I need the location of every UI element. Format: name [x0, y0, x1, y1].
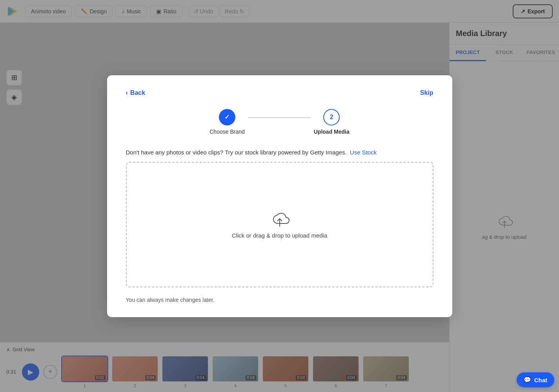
drop-zone-label: Click or drag & drop to upload media [232, 232, 327, 239]
step-1-label: Choose Brand [209, 129, 245, 135]
upload-media-modal: ‹ Back Skip ✓ Choose Brand 2 Upload Medi… [107, 75, 452, 317]
chat-icon: 💬 [524, 376, 531, 383]
step-connector [248, 117, 311, 118]
step-1: ✓ Choose Brand [209, 109, 245, 135]
cloud-upload-icon [269, 210, 291, 227]
back-chevron-icon: ‹ [126, 89, 128, 96]
upload-drop-zone[interactable]: Click or drag & drop to upload media [126, 162, 433, 287]
upload-description: Don't have any photos or video clips? Tr… [126, 149, 433, 156]
chat-label: Chat [534, 377, 547, 383]
back-button[interactable]: ‹ Back [126, 89, 146, 96]
chat-button[interactable]: 💬 Chat [517, 372, 554, 387]
checkmark-icon: ✓ [224, 113, 229, 121]
back-label: Back [130, 89, 145, 96]
use-stock-link[interactable]: Use Stock [350, 149, 377, 156]
modal-overlay: ‹ Back Skip ✓ Choose Brand 2 Upload Medi… [0, 0, 559, 392]
step-2-circle: 2 [323, 109, 340, 125]
steps-row: ✓ Choose Brand 2 Upload Media [126, 109, 433, 135]
modal-top-nav: ‹ Back Skip [126, 89, 433, 96]
step-2-label: Upload Media [314, 129, 350, 135]
step-2: 2 Upload Media [314, 109, 350, 135]
footer-note: You can always make changes later. [126, 297, 433, 303]
step-1-circle: ✓ [219, 109, 235, 125]
skip-button[interactable]: Skip [420, 89, 433, 96]
step-2-num: 2 [330, 114, 333, 121]
